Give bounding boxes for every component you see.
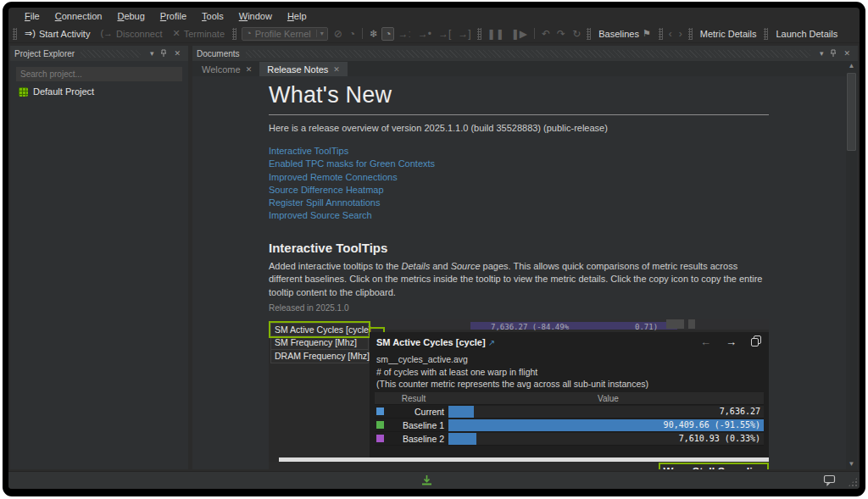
disconnect-button[interactable]: (→Disconnect [95,27,167,41]
toolbar-grip[interactable] [659,28,663,40]
pause-icon[interactable]: ❚❚ [484,27,508,41]
link-tpc-masks[interactable]: Enabled TPC masks for Green Contexts [269,158,769,170]
tooltip-result-table: Result Value Current 7,636.27 [375,392,764,446]
link-remote-connections[interactable]: Improved Remote Connections [269,171,769,184]
tooltip-nav: ← → [700,335,762,347]
table-row: Baseline 1 90,409.66 (-91.55%) [375,419,764,432]
panel-drag-area[interactable] [246,50,810,58]
tree-item-label: Default Project [33,86,94,97]
toolbar-grip[interactable] [587,28,591,40]
main-area: Project Explorer ▾ ✕ Default Project Doc… [8,43,860,469]
section-heading: Interactive ToolTips [269,241,769,255]
prev-result-icon[interactable]: ‹ [665,27,676,41]
run-to-next-api-icon[interactable]: ↷ [554,27,569,41]
toolbar-grip[interactable] [232,28,236,40]
run-to-next-range-icon[interactable]: ↻ [569,27,584,41]
freeze-api-icon[interactable]: ❄ [366,27,381,41]
menu-file[interactable]: File [17,9,47,23]
link-register-spill-annotations[interactable]: Register Spill Annnotations [269,197,769,209]
tooltip-description: sm__cycles_active.avg # of cycles with a… [376,353,648,391]
toolbar-grip[interactable] [688,28,693,40]
run-to-next-kernel-icon[interactable]: ↶ [538,27,554,41]
chevron-down-icon[interactable]: ▾ [147,50,158,58]
menu-debug[interactable]: Debug [109,9,152,23]
api-stream-icon[interactable]: ◔ [381,27,394,41]
cancel-activity-icon[interactable]: ⊘ [331,27,346,41]
chevron-down-icon[interactable]: ▾ [816,50,827,58]
menu-connection[interactable]: Connection [47,9,110,23]
close-icon[interactable]: ✕ [170,50,184,58]
series-color-swatch [376,408,384,415]
warp-stall-sampling-label: Warp Stall Sampling (All Samples) [659,463,769,469]
close-icon[interactable]: ✕ [333,65,340,74]
search-input[interactable] [16,67,182,81]
link-interactive-tooltips[interactable]: Interactive ToolTips [269,145,769,158]
menu-tools[interactable]: Tools [194,9,231,23]
close-icon[interactable]: ✕ [840,50,854,58]
tab-release-notes[interactable]: Release Notes✕ [259,62,348,76]
disconnect-icon: (→ [100,29,113,38]
release-notes-document: What's New Here is a release overview of… [192,76,846,469]
next-result-icon[interactable]: › [676,27,686,41]
series-color-swatch [376,435,384,442]
tab-welcome[interactable]: Welcome✕ [194,62,259,76]
documents-panel: Documents ▾ ✕ Welcome✕ Release Notes✕ Wh… [192,46,858,469]
start-activity-icon: ⇒) [25,29,36,38]
toolbar-grip[interactable] [13,28,17,40]
tree-item-default-project[interactable]: Default Project [10,85,188,98]
scrollbar-thumb[interactable] [847,73,856,151]
release-links: Interactive ToolTips Enabled TPC masks f… [269,145,769,223]
step-api-icon[interactable]: →ː [394,27,414,41]
step-in-icon[interactable]: →[ [435,27,454,41]
profile-kernel-icon: ◔ [246,29,252,38]
resize-grip[interactable] [848,477,858,487]
value-cell: 7,636.27 [448,406,764,418]
value-bar [448,406,474,418]
step-debug-icon[interactable]: →• [415,27,435,41]
window-frame: File Connection Debug Profile Tools Wind… [3,2,865,496]
menu-help[interactable]: Help [280,9,314,23]
clipped-ui-fragment [666,319,684,329]
terminate-icon: ✕ [173,29,181,38]
tooltip-feature-screenshot: 7,636.27 (-84.49% 0.71) SM Active Cycles… [269,319,769,469]
toolbar-separator [362,28,363,39]
menu-profile[interactable]: Profile [153,9,194,23]
panel-title: Project Explorer [14,49,75,58]
start-activity-button[interactable]: ⇒)Start Activity [19,27,95,41]
pin-icon[interactable] [157,49,170,58]
download-status-icon[interactable] [420,474,433,486]
launch-details-button[interactable]: Launch Details [771,27,843,41]
link-source-difference-heatmap[interactable]: Source Difference Heatmap [269,184,769,197]
metric-details-button[interactable]: Metric Details [695,27,762,41]
external-link-icon: ↗ [488,338,495,347]
baselines-button[interactable]: Baselines⚑ [593,27,656,41]
link-improved-source-search[interactable]: Improved Source Search [269,209,769,222]
value-cell: 90,409.66 (-91.55%) [448,419,764,431]
table-header-row: Result Value [375,392,764,405]
panel-drag-area[interactable] [81,50,141,58]
feedback-bubble-icon[interactable] [823,474,836,486]
project-explorer-panel: Project Explorer ▾ ✕ Default Project [10,46,188,469]
metric-tooltip: SM Active Cycles [cycle] ↗ ← → sm__cycle… [370,332,769,457]
toolbar-grip[interactable] [764,28,768,40]
toolbar-grip[interactable] [477,28,481,40]
release-overview-text: Here is a release overview of version 20… [269,123,769,133]
metric-name-list: SM Active Cycles [cycle] SM Frequency [M… [270,323,369,363]
resume-icon[interactable]: ❚▶ [508,27,531,41]
menu-window[interactable]: Window [231,9,280,23]
profile-series-icon[interactable]: ◔ [346,27,359,41]
scroll-down-icon[interactable]: ▼ [846,459,857,469]
toolbar-separator [534,28,535,39]
pin-icon[interactable] [826,49,840,58]
scroll-up-icon[interactable]: ▲ [846,61,857,71]
close-icon[interactable]: ✕ [246,65,253,74]
project-icon [19,87,28,97]
profile-kernel-button[interactable]: ◔Profile Kernel▾ [242,27,328,41]
step-out-icon[interactable]: →] [454,27,474,41]
document-tabbar: Welcome✕ Release Notes✕ [192,61,858,76]
vertical-scrollbar[interactable]: ▲ ▼ [846,61,857,469]
toolbar: ⇒)Start Activity (→Disconnect ✕Terminate… [8,25,860,43]
metric-row: SM Active Cycles [cycle] [270,323,369,336]
chevron-down-icon: ▾ [316,30,324,37]
terminate-button[interactable]: ✕Terminate [168,27,231,41]
